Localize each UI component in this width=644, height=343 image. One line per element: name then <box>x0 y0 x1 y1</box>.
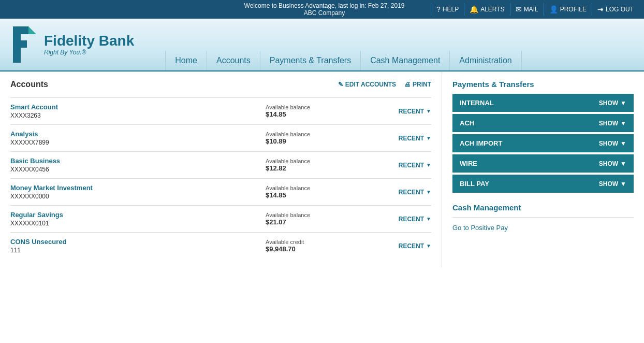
balance-label: Available balance <box>266 104 369 110</box>
chevron-down-icon: ▼ <box>620 180 626 188</box>
right-panel: Payments & Transfers INTERNAL SHOW ▼ ACH… <box>442 72 644 267</box>
nav-home[interactable]: Home <box>165 51 207 70</box>
print-icon: 🖨 <box>404 81 411 88</box>
chevron-down-icon: ▼ <box>426 135 431 141</box>
balance-label: Available balance <box>266 158 369 164</box>
account-name[interactable]: Regular Savings <box>10 211 266 219</box>
balance-amount: $14.85 <box>266 110 369 118</box>
print-link[interactable]: 🖨 PRINT <box>404 81 431 88</box>
recent-btn[interactable]: RECENT ▼ <box>369 135 431 142</box>
chevron-down-icon: ▼ <box>620 140 626 147</box>
profile-btn[interactable]: 👤 PROFILE <box>544 3 592 16</box>
balance-amount: $14.85 <box>266 191 369 199</box>
account-number: XXXXXX0000 <box>10 193 266 200</box>
balance-amount: $12.82 <box>266 164 369 172</box>
wire-btn[interactable]: WIRE SHOW ▼ <box>452 154 634 173</box>
accounts-title: Accounts <box>10 80 48 89</box>
recent-btn[interactable]: RECENT ▼ <box>369 108 431 115</box>
nav-accounts[interactable]: Accounts <box>207 51 260 70</box>
chevron-down-icon: ▼ <box>426 189 431 195</box>
chevron-down-icon: ▼ <box>620 99 626 107</box>
logout-icon: ⇥ <box>597 5 604 13</box>
account-number: XXXXXX0101 <box>10 220 266 227</box>
table-row: Analysis XXXXXX7899 Available balance $1… <box>10 124 431 151</box>
accounts-header: Accounts ✎ EDIT ACCOUNTS 🖨 PRINT <box>10 80 431 89</box>
balance-label: Available balance <box>266 212 369 218</box>
positive-pay-link[interactable]: Go to Positive Pay <box>452 224 508 232</box>
account-number: XXXXXX7899 <box>10 139 266 146</box>
table-row: Basic Business XXXXXX0456 Available bala… <box>10 151 431 178</box>
recent-btn[interactable]: RECENT ▼ <box>369 189 431 196</box>
balance-label: Available credit <box>266 239 369 245</box>
company-name: ABC Company <box>218 9 431 17</box>
balance-amount: $9,948.70 <box>266 245 369 253</box>
bank-logo-icon <box>10 24 39 65</box>
balance-label: Available balance <box>266 185 369 191</box>
help-btn[interactable]: ? HELP <box>431 3 464 16</box>
cash-management-title: Cash Management <box>452 203 634 212</box>
edit-icon: ✎ <box>338 81 343 88</box>
main-nav: Home Accounts Payments & Transfers Cash … <box>165 51 521 70</box>
account-name[interactable]: CONS Unsecured <box>10 238 266 246</box>
recent-btn[interactable]: RECENT ▼ <box>369 216 431 223</box>
alerts-btn[interactable]: 🔔 ALERTS <box>464 3 509 16</box>
svg-rect-2 <box>13 48 21 63</box>
nav-payments[interactable]: Payments & Transfers <box>260 51 361 70</box>
header: Fidelity Bank Right By You.® Home Accoun… <box>0 19 644 72</box>
bell-icon: 🔔 <box>470 5 478 13</box>
welcome-message: Welcome to Business Advantage, last log … <box>218 2 431 17</box>
chevron-down-icon: ▼ <box>426 162 431 168</box>
chevron-down-icon: ▼ <box>620 160 626 167</box>
mail-icon: ✉ <box>516 5 522 13</box>
chevron-down-icon: ▼ <box>426 243 431 249</box>
top-bar: Welcome to Business Advantage, last log … <box>0 0 644 19</box>
table-row: Smart Account XXXX3263 Available balance… <box>10 97 431 124</box>
account-name[interactable]: Smart Account <box>10 103 266 111</box>
balance-label: Available balance <box>266 131 369 137</box>
welcome-text: Welcome to Business Advantage, last log … <box>218 2 431 9</box>
svg-marker-1 <box>28 26 36 34</box>
account-name[interactable]: Money Market Investment <box>10 184 266 192</box>
user-icon: 👤 <box>549 5 558 13</box>
payments-transfers-title: Payments & Transfers <box>452 80 634 89</box>
table-row: Regular Savings XXXXXX0101 Available bal… <box>10 205 431 232</box>
divider <box>452 217 634 218</box>
table-row: Money Market Investment XXXXXX0000 Avail… <box>10 178 431 205</box>
chevron-down-icon: ▼ <box>426 108 431 114</box>
balance-amount: $21.07 <box>266 218 369 226</box>
table-row: CONS Unsecured 111 Available credit $9,9… <box>10 232 431 259</box>
bank-tagline: Right By You.® <box>44 49 134 56</box>
accounts-panel: Accounts ✎ EDIT ACCOUNTS 🖨 PRINT Smart A… <box>0 72 442 267</box>
chevron-down-icon: ▼ <box>620 120 626 127</box>
logo-area: Fidelity Bank Right By You.® <box>10 24 134 70</box>
mail-btn[interactable]: ✉ MAIL <box>510 3 544 16</box>
account-number: 111 <box>10 247 266 254</box>
logo-text: Fidelity Bank Right By You.® <box>44 33 134 56</box>
recent-btn[interactable]: RECENT ▼ <box>369 242 431 250</box>
nav-cash[interactable]: Cash Management <box>361 51 450 70</box>
ach-btn[interactable]: ACH SHOW ▼ <box>452 114 634 132</box>
chevron-down-icon: ▼ <box>426 216 431 222</box>
help-icon: ? <box>436 5 441 13</box>
account-number: XXXX3263 <box>10 112 266 119</box>
bank-name: Fidelity Bank <box>44 33 134 49</box>
cash-management-section: Cash Management Go to Positive Pay <box>452 203 634 232</box>
account-number: XXXXXX0456 <box>10 166 266 173</box>
main-content: Accounts ✎ EDIT ACCOUNTS 🖨 PRINT Smart A… <box>0 72 644 267</box>
nav-admin[interactable]: Administration <box>450 51 521 70</box>
recent-btn[interactable]: RECENT ▼ <box>369 162 431 169</box>
internal-btn[interactable]: INTERNAL SHOW ▼ <box>452 94 634 112</box>
top-nav: ? HELP 🔔 ALERTS ✉ MAIL 👤 PROFILE ⇥ LOG O… <box>431 3 639 16</box>
edit-accounts-link[interactable]: ✎ EDIT ACCOUNTS <box>338 81 396 88</box>
balance-amount: $10.89 <box>266 137 369 145</box>
logout-btn[interactable]: ⇥ LOG OUT <box>592 3 639 16</box>
account-name[interactable]: Basic Business <box>10 157 266 165</box>
ach-import-btn[interactable]: ACH IMPORT SHOW ▼ <box>452 134 634 152</box>
account-name[interactable]: Analysis <box>10 130 266 138</box>
bill-pay-btn[interactable]: BILL PAY SHOW ▼ <box>452 175 634 193</box>
accounts-actions: ✎ EDIT ACCOUNTS 🖨 PRINT <box>338 81 431 88</box>
